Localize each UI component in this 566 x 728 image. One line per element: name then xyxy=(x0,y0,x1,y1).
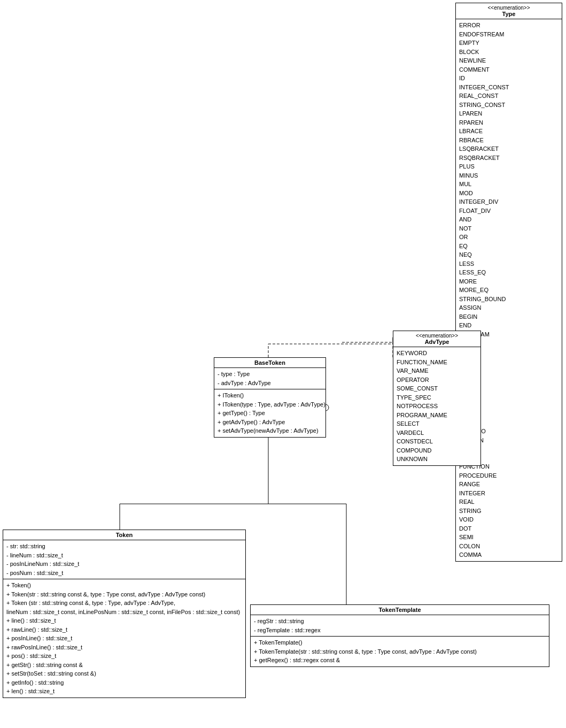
base-token-class-name: BaseToken xyxy=(218,359,322,366)
token-attribute: - posInLineNum : std::size_t xyxy=(6,560,242,569)
base-token-method: + setAdvType(newAdvType : AdvType) xyxy=(218,426,322,435)
token-method: + rawPosInLine() : std::size_t xyxy=(6,643,242,652)
advtype-enum-value: NOTPROCESS xyxy=(397,402,477,411)
type-enum-value: REAL xyxy=(459,497,559,507)
token-attribute: - str: std::string xyxy=(6,542,242,551)
token-method: + line() : std::size_t xyxy=(6,616,242,625)
advtype-enum-value: PROGRAM_NAME xyxy=(397,411,477,420)
type-enum-value: COLON xyxy=(459,542,559,551)
base-token-attribute: - type : Type xyxy=(218,370,322,379)
token-method: + getStr() : std::string const & xyxy=(6,661,242,670)
token-method: + Token(str : std::string const &, type … xyxy=(6,590,242,599)
token-method: lineNum : std::size_t const, inLinePosNu… xyxy=(6,608,242,617)
token-attributes: - str: std::string- lineNum : std::size_… xyxy=(3,540,245,579)
type-enum-header: <<enumeration>> Type xyxy=(456,3,562,19)
type-enum-value: RBRACE xyxy=(459,136,559,145)
type-enum-values: ERRORENDOFSTREAMEMPTYBLOCKNEWLINECOMMENT… xyxy=(456,19,562,561)
type-enum-value: NEWLINE xyxy=(459,56,559,65)
type-enum-value: AND xyxy=(459,215,559,224)
type-enum-value: ERROR xyxy=(459,21,559,30)
token-class-name: Token xyxy=(6,532,242,538)
advtype-enum-value: VAR_NAME xyxy=(397,366,477,376)
type-enum-value: LESS_EQ xyxy=(459,268,559,277)
token-template-method: + TokenTemplate(str : std::string const … xyxy=(254,647,546,656)
token-template-header: TokenTemplate xyxy=(251,605,549,615)
advtype-enum-value: CONSTDECL xyxy=(397,437,477,446)
token-template-attributes: - regStr : std::string- regTemplate : st… xyxy=(251,615,549,637)
type-enum-value: STRING_CONST xyxy=(459,101,559,110)
advtype-enum-value: OPERATOR xyxy=(397,376,477,385)
type-enum-value: MORE_EQ xyxy=(459,286,559,295)
type-enum-value: RPAREN xyxy=(459,118,559,127)
type-enum-value: COMMA xyxy=(459,550,559,560)
type-enum-value: END xyxy=(459,321,559,330)
type-enum-value: VOID xyxy=(459,515,559,524)
token-attribute: - lineNum : std::size_t xyxy=(6,551,242,560)
type-enum-value: PROCEDURE xyxy=(459,471,559,480)
type-enum-value: MORE xyxy=(459,277,559,286)
base-token-attribute: - advType : AdvType xyxy=(218,379,322,388)
type-enum-value: INTEGER_DIV xyxy=(459,197,559,206)
advtype-enum-value: FUNCTION_NAME xyxy=(397,358,477,367)
type-enum-value: DOT xyxy=(459,524,559,533)
base-token-method: + IToken() xyxy=(218,391,322,400)
type-class-name: Type xyxy=(459,11,559,17)
base-token-method: + getType() : Type xyxy=(218,409,322,418)
type-enum-value: EQ xyxy=(459,242,559,251)
type-enum-value: MINUS xyxy=(459,171,559,180)
advtype-enum-header: <<enumeration>> AdvType xyxy=(393,331,480,347)
token-template-methods: + TokenTemplate()+ TokenTemplate(str : s… xyxy=(251,637,549,666)
base-token-header: BaseToken xyxy=(214,358,325,368)
type-enum-value: LSQBRACKET xyxy=(459,144,559,154)
token-method: + setStr(toSet : std::string const &) xyxy=(6,669,242,678)
type-enum-value: NEQ xyxy=(459,250,559,259)
token-attribute: - posNum : std::size_t xyxy=(6,569,242,578)
type-enum-value: MOD xyxy=(459,189,559,198)
advtype-enum-value: SOME_CONST xyxy=(397,384,477,393)
advtype-enum-value: TYPE_SPEC xyxy=(397,393,477,402)
token-template-attribute: - regStr : std::string xyxy=(254,617,546,626)
type-stereotype: <<enumeration>> xyxy=(459,5,559,11)
token-template-box: TokenTemplate - regStr : std::string- re… xyxy=(250,604,549,667)
token-method: + getInfo() : std::string xyxy=(6,678,242,687)
advtype-enum-value: KEYWORD xyxy=(397,349,477,358)
base-token-attributes: - type : Type- advType : AdvType xyxy=(214,368,325,389)
type-enum-value: FLOAT_DIV xyxy=(459,206,559,216)
token-method: + Token() xyxy=(6,581,242,590)
advtype-enum-value: COMPOUND xyxy=(397,446,477,455)
token-method: + pos() : std::size_t xyxy=(6,652,242,661)
token-method: + len() : std::size_t xyxy=(6,687,242,696)
type-enum-value: PLUS xyxy=(459,162,559,171)
type-enum-value: LBRACE xyxy=(459,127,559,136)
base-token-box: BaseToken - type : Type- advType : AdvTy… xyxy=(214,357,326,438)
type-enum-value: COMMENT xyxy=(459,65,559,74)
token-template-class-name: TokenTemplate xyxy=(254,607,546,613)
diagram-container: <<enumeration>> Type ERRORENDOFSTREAMEMP… xyxy=(0,0,566,728)
type-enum-value: ID xyxy=(459,74,559,83)
type-enum-value: STRING xyxy=(459,507,559,516)
type-enum-value: ASSIGN xyxy=(459,303,559,312)
type-enum-value: MUL xyxy=(459,180,559,189)
type-enum-value: LESS xyxy=(459,259,559,269)
token-box: Token - str: std::string- lineNum : std:… xyxy=(3,530,246,698)
type-enum-value: OR xyxy=(459,233,559,242)
advtype-enum-values: KEYWORDFUNCTION_NAMEVAR_NAMEOPERATORSOME… xyxy=(393,347,480,465)
type-enum-value: STRING_BOUND xyxy=(459,295,559,304)
token-template-method: + getRegex() : std::regex const & xyxy=(254,656,546,665)
advtype-enum-value: VARDECL xyxy=(397,428,477,438)
token-method: + rawLine() : std::size_t xyxy=(6,625,242,634)
type-enum-value: SEMI xyxy=(459,533,559,542)
advtype-enum-value: SELECT xyxy=(397,419,477,428)
token-template-attribute: - regTemplate : std::regex xyxy=(254,626,546,635)
token-template-method: + TokenTemplate() xyxy=(254,638,546,647)
token-header: Token xyxy=(3,530,245,540)
type-enum-value: BLOCK xyxy=(459,48,559,57)
type-enum-value: REAL_CONST xyxy=(459,91,559,101)
type-enum-value: EMPTY xyxy=(459,39,559,48)
token-methods: + Token()+ Token(str : std::string const… xyxy=(3,579,245,698)
advtype-enum-value: UNKNOWN xyxy=(397,455,477,464)
advtype-class-name: AdvType xyxy=(397,339,477,345)
type-enum-value: LPAREN xyxy=(459,109,559,118)
type-enum-value: RANGE xyxy=(459,480,559,489)
base-token-method: + getAdvType() : AdvType xyxy=(218,418,322,427)
